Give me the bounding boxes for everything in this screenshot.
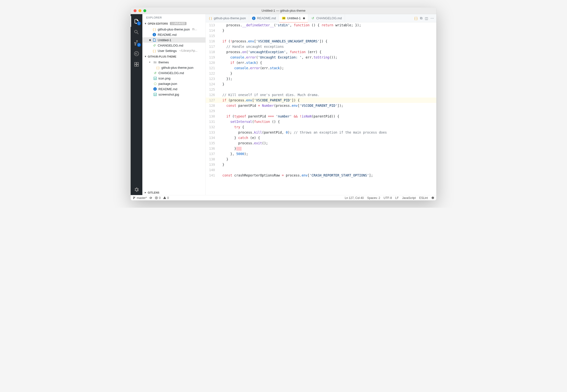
- code-line[interactable]: 130 if (typeof parentPid === 'number' &&…: [206, 114, 436, 119]
- code-line[interactable]: 134 } catch (e) {: [206, 135, 436, 140]
- status-feedback[interactable]: [431, 196, 434, 199]
- code-line[interactable]: 133 process.kill(parentPid, 0); // throw…: [206, 130, 436, 135]
- line-number: 130: [206, 114, 218, 119]
- svg-text:i: i: [253, 17, 254, 19]
- line-number: 113: [206, 22, 218, 28]
- history-icon: ↺: [153, 71, 157, 75]
- code-line[interactable]: 126 // Kill oneself if one's parent dies…: [206, 92, 436, 98]
- code-line[interactable]: 139 }: [206, 162, 436, 167]
- open-editor-item[interactable]: Untitled-1: [142, 37, 206, 43]
- line-number: 140: [206, 167, 218, 173]
- chevron-down-icon: ▾: [144, 22, 147, 25]
- line-number: 118: [206, 49, 218, 55]
- code-line[interactable]: 122 }: [206, 71, 436, 76]
- file-hint: ~/Library/Ap...: [179, 49, 197, 52]
- code-line[interactable]: 124 }: [206, 82, 436, 87]
- open-editor-item[interactable]: ↺CHANGELOG.md: [142, 43, 206, 48]
- code-line[interactable]: 119 console.error('Uncaught Exception: '…: [206, 55, 436, 60]
- status-eslint[interactable]: ESLint: [419, 196, 428, 200]
- activity-scm[interactable]: 2: [131, 38, 142, 48]
- activity-extensions[interactable]: [131, 59, 142, 70]
- activity-explorer[interactable]: 1: [131, 16, 142, 27]
- line-number: 117: [206, 44, 218, 49]
- code-line[interactable]: 125: [206, 87, 436, 92]
- file-label: github-plus-theme.json: [161, 66, 194, 70]
- editor-tab[interactable]: ↺CHANGELOG.md: [308, 14, 345, 22]
- code-line[interactable]: 135 process.exit();: [206, 140, 436, 146]
- line-number: 134: [206, 135, 218, 140]
- split-editor-icon[interactable]: ◫: [425, 16, 428, 20]
- info-icon: i: [152, 33, 156, 37]
- code-line[interactable]: 129: [206, 108, 436, 114]
- npm-icon: ⬡: [153, 82, 157, 85]
- editor-tab[interactable]: iREADME.md: [249, 14, 279, 22]
- chevron-down-icon: ▾: [144, 55, 147, 58]
- image-icon: [153, 92, 157, 96]
- code-line[interactable]: 136 }: [206, 146, 436, 151]
- compare-icon[interactable]: ⧉: [420, 16, 422, 20]
- line-number: 114: [206, 28, 218, 33]
- code-line[interactable]: 137 }, 5000);: [206, 151, 436, 156]
- file-item[interactable]: ↺CHANGELOG.md: [142, 70, 206, 76]
- status-branch[interactable]: master*: [133, 196, 147, 200]
- status-errors[interactable]: 0: [155, 196, 161, 200]
- svg-point-11: [432, 197, 433, 198]
- code-line[interactable]: 113 process.__defineGetter__('stdin', fu…: [206, 22, 436, 28]
- editor-tab[interactable]: { }github-plus-theme.json: [206, 14, 249, 22]
- status-sync[interactable]: [149, 196, 152, 199]
- scm-badge: 2: [137, 43, 141, 47]
- code-line[interactable]: 127 if (process.env['VSCODE_PARENT_PID']…: [206, 98, 436, 103]
- code-line[interactable]: 138 }: [206, 156, 436, 162]
- svg-point-10: [432, 197, 434, 199]
- more-icon[interactable]: ⋯: [430, 16, 434, 20]
- svg-point-12: [433, 197, 433, 198]
- code-line[interactable]: 118 process.on('uncaughtException', func…: [206, 49, 436, 55]
- code-line[interactable]: 141 const crashReporterOptionsRaw = proc…: [206, 173, 436, 178]
- braces-icon[interactable]: {·}: [415, 16, 417, 20]
- editor-tab[interactable]: JSUntitled-1: [279, 14, 308, 22]
- code-line[interactable]: 114 }: [206, 28, 436, 33]
- status-bar: master* 0 0 Ln 127, Col 40 Spaces: 2 UTF…: [131, 195, 436, 200]
- code-line[interactable]: 121 console.error(err.stack);: [206, 65, 436, 71]
- code-line[interactable]: 117 // Handle uncaught exceptions: [206, 44, 436, 49]
- folder-icon: [153, 60, 157, 64]
- folder-item[interactable]: ▾themes: [142, 59, 206, 65]
- status-spaces[interactable]: Spaces: 2: [367, 196, 380, 200]
- activity-debug[interactable]: [131, 48, 142, 59]
- open-editors-list: { }github-plus-theme.jsonth...iREADME.md…: [142, 26, 206, 54]
- open-editor-item[interactable]: { }User Settings~/Library/Ap...: [142, 48, 206, 53]
- status-eol[interactable]: LF: [395, 196, 399, 200]
- status-position[interactable]: Ln 127, Col 40: [345, 196, 364, 200]
- code-line[interactable]: 128 const parentPid = Number(process.env…: [206, 103, 436, 108]
- activity-search[interactable]: [131, 27, 142, 38]
- gitlens-header[interactable]: ▸ GITLENS: [142, 190, 206, 195]
- code-line[interactable]: 140: [206, 167, 436, 173]
- maximize-window-button[interactable]: [143, 9, 146, 12]
- code-editor[interactable]: 113 process.__defineGetter__('stdin', fu…: [206, 22, 436, 195]
- file-item[interactable]: iREADME.md: [142, 86, 206, 92]
- close-window-button[interactable]: [134, 9, 137, 12]
- file-item[interactable]: { }github-plus-theme.json: [142, 65, 206, 70]
- line-number: 122: [206, 71, 218, 76]
- code-line[interactable]: 115: [206, 33, 436, 39]
- code-line[interactable]: 123 });: [206, 76, 436, 82]
- file-label: package.json: [158, 82, 177, 85]
- activity-settings[interactable]: [131, 184, 142, 195]
- open-editors-header[interactable]: ▾ OPEN EDITORS 1 UNSAVED: [142, 21, 206, 26]
- file-item[interactable]: screenshot.jpg: [142, 92, 206, 97]
- code-line[interactable]: 131 setInterval(function () {: [206, 119, 436, 124]
- tab-label: github-plus-theme.json: [214, 16, 246, 20]
- workspace-header[interactable]: ▾ GITHUB-PLUS-THEME: [142, 54, 206, 59]
- code-line[interactable]: 116 if (!process.env['VSCODE_HANDLES_UNC…: [206, 39, 436, 44]
- status-encoding[interactable]: UTF-8: [384, 196, 392, 200]
- code-line[interactable]: 120 if (err.stack) {: [206, 60, 436, 65]
- open-editor-item[interactable]: iREADME.md: [142, 32, 206, 37]
- file-item[interactable]: icon.png: [142, 76, 206, 81]
- minimize-window-button[interactable]: [138, 9, 141, 12]
- code-line[interactable]: 132 try {: [206, 124, 436, 130]
- file-item[interactable]: ⬡package.json: [142, 81, 206, 86]
- open-editor-item[interactable]: { }github-plus-theme.jsonth...: [142, 27, 206, 32]
- status-language[interactable]: JavaScript: [402, 196, 416, 200]
- line-number: 136: [206, 146, 218, 151]
- status-warnings[interactable]: 0: [163, 196, 169, 200]
